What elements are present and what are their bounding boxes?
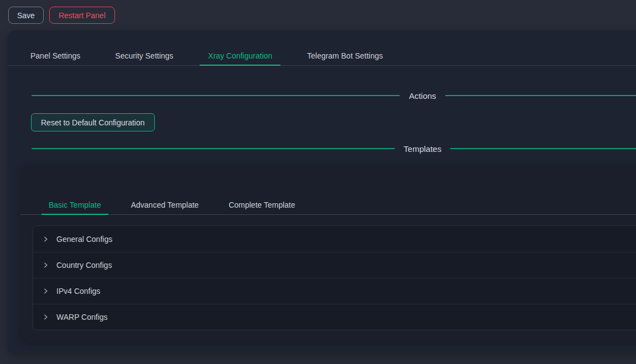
toolbar: Save Restart Panel (8, 7, 115, 24)
divider-line (450, 148, 636, 149)
settings-card: Panel Settings Security Settings Xray Co… (8, 30, 636, 354)
accordion-item-label: WARP Configs (56, 313, 108, 321)
templates-card: Basic Template Advanced Template Complet… (20, 164, 636, 341)
actions-divider-label: Actions (409, 91, 436, 101)
tab-panel-settings[interactable]: Panel Settings (22, 47, 88, 66)
tab-complete-template[interactable]: Complete Template (221, 196, 302, 215)
chevron-right-icon (43, 288, 49, 294)
chevron-right-icon (43, 314, 49, 320)
templates-divider-label: Templates (404, 144, 441, 154)
divider-line (32, 148, 395, 149)
chevron-right-icon (43, 236, 49, 242)
reset-default-config-button[interactable]: Reset to Default Configuration (31, 113, 155, 131)
accordion-item-warp-configs[interactable]: WARP Configs (33, 304, 636, 330)
tab-telegram-bot-settings[interactable]: Telegram Bot Settings (299, 47, 391, 66)
template-tab-list: Basic Template Advanced Template Complet… (41, 196, 303, 215)
templates-divider: Templates (32, 143, 636, 154)
xray-configuration-page: Save Restart Panel Panel Settings Securi… (0, 0, 636, 364)
actions-divider: Actions (32, 90, 636, 101)
accordion-item-ipv4-configs[interactable]: IPv4 Configs (33, 278, 636, 304)
chevron-right-icon (43, 262, 49, 268)
accordion-item-label: Country Configs (56, 261, 112, 270)
accordion-item-label: General Configs (56, 235, 112, 244)
settings-tab-list: Panel Settings Security Settings Xray Co… (22, 47, 391, 66)
accordion-item-country-configs[interactable]: Country Configs (33, 252, 636, 278)
tab-advanced-template[interactable]: Advanced Template (124, 196, 206, 215)
tab-basic-template[interactable]: Basic Template (41, 196, 108, 215)
divider-line (32, 95, 400, 96)
tab-security-settings[interactable]: Security Settings (107, 47, 181, 66)
tab-xray-configuration[interactable]: Xray Configuration (200, 47, 280, 66)
accordion-item-general-configs[interactable]: General Configs (33, 226, 636, 252)
accordion-item-label: IPv4 Configs (56, 287, 100, 296)
divider-line (445, 95, 636, 96)
restart-panel-button[interactable]: Restart Panel (49, 7, 115, 24)
save-button[interactable]: Save (8, 7, 44, 24)
template-accordion: General Configs Country Configs IPv4 Con… (33, 225, 636, 330)
